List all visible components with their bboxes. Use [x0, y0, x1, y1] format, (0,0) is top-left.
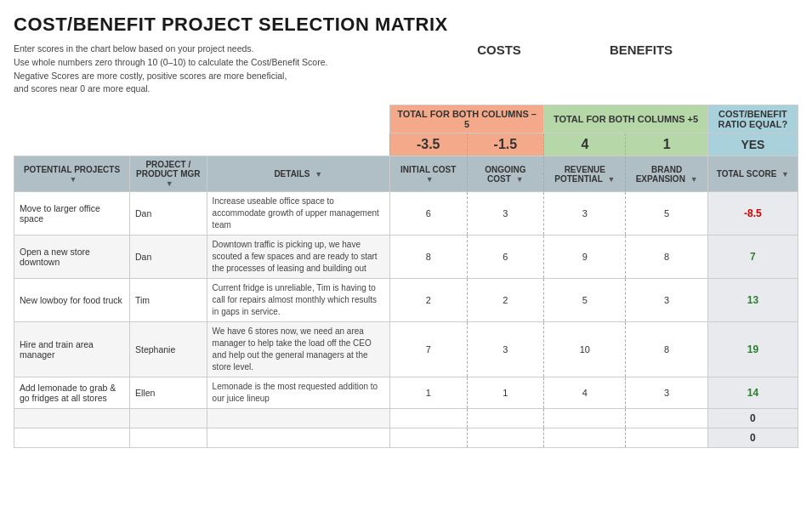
cell-project: Open a new store downtown [14, 235, 130, 279]
cell-total-score: 0 [707, 409, 798, 428]
intro-line4: and scores near 0 are more equal. [14, 82, 405, 96]
cell-revenue-potential[interactable]: 9 [544, 235, 626, 279]
table-body: Move to larger office spaceDanIncrease u… [14, 192, 798, 448]
table-row: New lowboy for food truckTimCurrent frid… [14, 279, 798, 322]
cell-project: Hire and train area manager [14, 322, 130, 377]
table-row: Open a new store downtownDanDowntown tra… [14, 235, 798, 279]
filter-icon-mgr[interactable]: ▼ [166, 179, 173, 188]
table-row: Add lemonade to grab & go fridges at all… [14, 377, 798, 409]
cell-revenue-potential[interactable] [544, 409, 626, 428]
cell-initial-cost[interactable]: 6 [389, 192, 467, 235]
main-table: TOTAL FOR BOTH COLUMNS –5 TOTAL FOR BOTH… [14, 105, 798, 448]
section-labels: COSTS BENEFITS [430, 43, 798, 57]
cell-total-score: 19 [707, 322, 798, 377]
cell-revenue-potential[interactable] [544, 428, 626, 448]
full-table-wrapper: TOTAL FOR BOTH COLUMNS –5 TOTAL FOR BOTH… [14, 105, 798, 448]
cell-initial-cost[interactable]: 8 [389, 235, 467, 279]
table-row: Move to larger office spaceDanIncrease u… [14, 192, 798, 235]
table-row: Hire and train area managerStephanieWe h… [14, 322, 798, 377]
cell-details: We have 6 stores now, we need an area ma… [207, 322, 389, 377]
cell-project: New lowboy for food truck [14, 279, 130, 322]
cell-brand-expansion[interactable]: 3 [626, 279, 707, 322]
cell-project [14, 409, 130, 428]
th-brand-expansion[interactable]: BRAND EXPANSION ▼ [626, 156, 707, 192]
cell-project: Add lemonade to grab & go fridges at all… [14, 377, 130, 409]
cell-details: Increase useable office space to accommo… [207, 192, 389, 235]
cell-revenue-potential[interactable]: 3 [544, 192, 626, 235]
th-details[interactable]: DETAILS ▼ [207, 156, 389, 192]
cell-details: Lemonade is the most requested addition … [207, 377, 389, 409]
table-row: 0 [14, 428, 798, 448]
cell-initial-cost[interactable] [389, 428, 467, 448]
cell-revenue-potential[interactable]: 5 [544, 279, 626, 322]
brand-score: 1 [626, 133, 707, 156]
cell-revenue-potential[interactable]: 10 [544, 322, 626, 377]
filter-icon-ongoing[interactable]: ▼ [516, 175, 524, 184]
cell-initial-cost[interactable]: 2 [389, 279, 467, 322]
cell-total-score: -8.5 [707, 192, 798, 235]
cell-initial-cost[interactable] [389, 409, 467, 428]
intro-section: Enter scores in the chart below based on… [14, 43, 413, 105]
intro-line3: Negative Scores are more costly, positiv… [14, 70, 405, 83]
cell-details [207, 428, 389, 448]
cell-total-score: 13 [707, 279, 798, 322]
cell-mgr: Dan [129, 192, 207, 235]
filter-icon-initial[interactable]: ▼ [426, 175, 434, 184]
cell-brand-expansion[interactable]: 8 [626, 322, 707, 377]
score-row: -3.5 -1.5 4 1 YES [14, 133, 798, 156]
filter-icon-details[interactable]: ▼ [315, 170, 322, 179]
cell-total-score: 14 [707, 377, 798, 409]
benefits-group-header: TOTAL FOR BOTH COLUMNS +5 [544, 105, 708, 133]
intro-text: Enter scores in the chart below based on… [14, 43, 405, 96]
cell-brand-expansion[interactable]: 3 [626, 377, 707, 409]
filter-icon-total[interactable]: ▼ [781, 170, 789, 179]
cell-total-score: 0 [707, 428, 798, 448]
cell-total-score: 7 [707, 235, 798, 279]
group-header-row: TOTAL FOR BOTH COLUMNS –5 TOTAL FOR BOTH… [14, 105, 798, 133]
empty-header [14, 105, 390, 133]
cell-ongoing-cost[interactable]: 2 [467, 279, 544, 322]
cell-ongoing-cost[interactable]: 3 [467, 322, 544, 377]
cell-mgr: Stephanie [129, 322, 207, 377]
costs-label: COSTS [430, 43, 568, 57]
cell-details: Downtown traffic is picking up, we have … [207, 235, 389, 279]
ratio-score: YES [707, 133, 798, 156]
costs-group-header: TOTAL FOR BOTH COLUMNS –5 [389, 105, 543, 133]
cell-mgr [129, 409, 207, 428]
empty-score [14, 133, 390, 156]
th-revenue-potential[interactable]: REVENUE POTENTIAL ▼ [544, 156, 626, 192]
cell-mgr: Tim [129, 279, 207, 322]
th-initial-cost[interactable]: INITIAL COST ▼ [389, 156, 467, 192]
intro-line2: Use whole numbers zero through 10 (0–10)… [14, 56, 405, 70]
filter-icon-revenue[interactable]: ▼ [608, 175, 616, 184]
cell-brand-expansion[interactable]: 5 [626, 192, 707, 235]
table-row: 0 [14, 409, 798, 428]
cell-mgr [129, 428, 207, 448]
cell-revenue-potential[interactable]: 4 [544, 377, 626, 409]
filter-icon-brand[interactable]: ▼ [690, 175, 698, 184]
cell-ongoing-cost[interactable]: 6 [467, 235, 544, 279]
cell-details: Current fridge is unreliable, Tim is hav… [207, 279, 389, 322]
cell-mgr: Dan [129, 235, 207, 279]
th-ongoing-cost[interactable]: ONGOING COST ▼ [467, 156, 544, 192]
cell-ongoing-cost[interactable] [467, 409, 544, 428]
cell-ongoing-cost[interactable]: 3 [467, 192, 544, 235]
cell-ongoing-cost[interactable] [467, 428, 544, 448]
ratio-group-header: COST/BENEFIT RATIO EQUAL? [707, 105, 798, 133]
cell-initial-cost[interactable]: 7 [389, 322, 467, 377]
page: COST/BENEFIT PROJECT SELECTION MATRIX En… [0, 0, 812, 462]
cell-initial-cost[interactable]: 1 [389, 377, 467, 409]
th-project-mgr[interactable]: PROJECT / PRODUCT MGR ▼ [129, 156, 207, 192]
cell-brand-expansion[interactable]: 8 [626, 235, 707, 279]
cell-ongoing-cost[interactable]: 1 [467, 377, 544, 409]
th-potential-projects[interactable]: POTENTIAL PROJECTS ▼ [14, 156, 130, 192]
th-total-score[interactable]: TOTAL SCORE ▼ [707, 156, 798, 192]
filter-icon-project[interactable]: ▼ [70, 175, 77, 184]
cell-project [14, 428, 130, 448]
cell-project: Move to larger office space [14, 192, 130, 235]
cell-brand-expansion[interactable] [626, 409, 707, 428]
matrix-area: COSTS BENEFITS [430, 43, 798, 59]
page-title: COST/BENEFIT PROJECT SELECTION MATRIX [14, 14, 798, 36]
cell-brand-expansion[interactable] [626, 428, 707, 448]
initial-score: -3.5 [389, 133, 467, 156]
